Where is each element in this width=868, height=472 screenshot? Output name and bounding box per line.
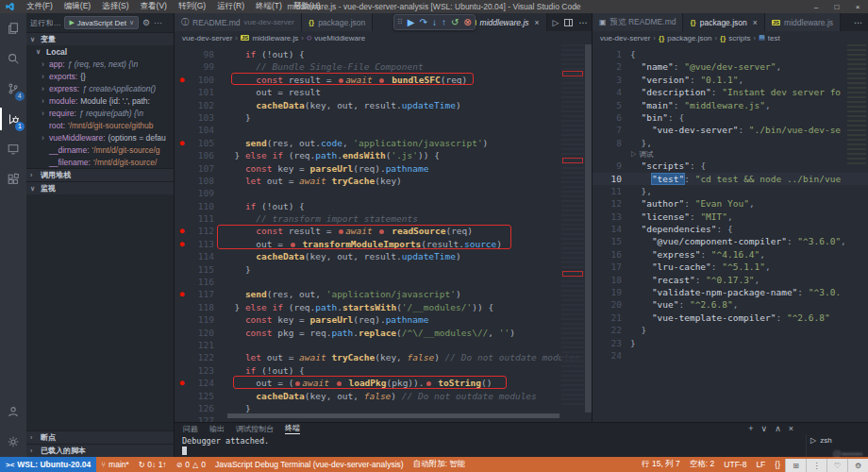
scrollbar-vertical-left[interactable] — [585, 44, 592, 413]
watermark-like-icon[interactable]: ♡ — [826, 459, 847, 472]
restore-button[interactable]: □ — [826, 3, 847, 11]
gutter[interactable]: 108 — [175, 175, 224, 187]
breakpoint-icon[interactable]: ● — [175, 377, 190, 389]
code-editor-package-json[interactable]: 1{2 "name": "@vue/dev-server",3 "version… — [593, 44, 868, 422]
git-sync-item[interactable]: ↻ 0↓ 1↑ — [134, 460, 172, 469]
breadcrumb-item[interactable]: vue-dev-server — [600, 34, 650, 42]
start-debug-icon[interactable]: ▶ — [69, 19, 74, 26]
tab-package.json[interactable]: {}package.json — [302, 13, 373, 31]
variable-row[interactable]: ›require:ƒ require(path) {\n — [26, 107, 174, 119]
gutter[interactable]: 111 — [175, 212, 224, 225]
call-stack-section-header[interactable]: ›调用堆栈 — [26, 168, 174, 181]
gutter[interactable]: ●117 — [175, 288, 224, 300]
terminal-list-item[interactable]: ▷zsh — [810, 436, 864, 445]
menu-转到(G)[interactable]: 转到(G) — [173, 1, 211, 12]
code-editor-middleware[interactable]: 98 if (!out) {99 // Bundle Single-File C… — [175, 44, 592, 422]
close-tab-icon[interactable]: × — [535, 18, 540, 27]
variables-section-header[interactable]: ∨变量 — [26, 32, 174, 45]
minimize-button[interactable]: – — [806, 3, 826, 11]
breakpoint-icon[interactable]: ● — [175, 137, 190, 149]
variable-row[interactable]: ›module:Module {id: '.', path: — [26, 94, 174, 107]
variable-row[interactable]: __filename:'/mnt/d/git-source/ — [26, 156, 174, 168]
expand-chevron-icon[interactable]: › — [42, 133, 49, 143]
panel-tab-调试控制台[interactable]: 调试控制台 — [236, 424, 274, 434]
gutter[interactable]: 127 — [175, 414, 224, 422]
remote-indicator[interactable]: >< WSL: Ubuntu-20.04 — [0, 457, 96, 472]
breadcrumb-item[interactable]: vueMiddleware — [314, 34, 365, 42]
debug-terminal-item[interactable]: JavaScript Debug Terminal (vue-dev-serve… — [210, 460, 409, 469]
gutter[interactable]: 98 — [175, 48, 224, 60]
account-icon[interactable] — [0, 396, 26, 427]
sidebar-more-icon[interactable]: ⋯ — [154, 18, 162, 27]
menu-编辑(E)[interactable]: 编辑(E) — [58, 1, 96, 12]
run-file-button[interactable]: ▷ — [553, 18, 559, 27]
gutter[interactable]: 115 — [175, 263, 224, 276]
split-editor-button[interactable] — [564, 19, 573, 26]
auto-attach-item[interactable]: 自动附加: 智能 — [409, 459, 471, 470]
continue-button[interactable]: ▶ — [408, 17, 415, 27]
debug-codelens[interactable]: ▷ 调试 — [630, 149, 654, 160]
gutter[interactable]: 99 — [175, 60, 224, 73]
variable-row[interactable]: root:'/mnt/d/git-source/github — [26, 119, 174, 131]
watermark-share-icon[interactable]: ⊞ — [785, 459, 806, 472]
variable-row[interactable]: ›express:ƒ createApplication() — [26, 82, 174, 94]
step-out-button[interactable]: ↑ — [442, 17, 446, 27]
gutter[interactable]: 116 — [175, 276, 224, 288]
disconnect-button[interactable]: ⊗ — [463, 17, 471, 27]
breadcrumb-item[interactable]: scripts — [728, 34, 750, 42]
gutter[interactable]: 122 — [175, 351, 224, 363]
expand-chevron-icon[interactable]: › — [42, 96, 49, 106]
menu-查看(V)[interactable]: 查看(V) — [135, 1, 173, 12]
gutter[interactable]: 120 — [175, 327, 224, 339]
indentation-item[interactable]: 空格: 2 — [685, 459, 719, 470]
breadcrumb-item[interactable]: package.json — [667, 34, 711, 42]
gutter[interactable]: 104 — [175, 124, 224, 136]
encoding-item[interactable]: UTF-8 — [719, 460, 751, 469]
gutter[interactable]: 106 — [175, 149, 224, 161]
minimap-left[interactable] — [561, 44, 584, 408]
extensions-icon[interactable] — [0, 164, 26, 194]
breadcrumb-item[interactable]: middleware.js — [252, 34, 298, 42]
git-branch-item[interactable]: ⑂ main* — [96, 460, 134, 469]
breakpoint-icon[interactable]: ● — [175, 238, 190, 250]
panel-tab-终端[interactable]: 终端 — [285, 423, 300, 434]
menu-终端(T)[interactable]: 终端(T) — [250, 1, 288, 12]
close-panel-button[interactable]: × — [789, 424, 793, 433]
terminal-picker-button[interactable]: ∨ — [761, 424, 768, 433]
search-icon[interactable] — [0, 43, 26, 74]
gutter[interactable]: 119 — [175, 313, 224, 326]
watermark-more-icon[interactable]: ⋮ — [806, 459, 826, 472]
scrollbar-horizontal-left[interactable] — [227, 413, 559, 418]
explorer-icon[interactable] — [0, 13, 26, 43]
language-mode-item[interactable]: {} — [770, 460, 785, 469]
breakpoints-section-header[interactable]: ›断点 — [26, 430, 174, 444]
menu-选择(S)[interactable]: 选择(S) — [96, 1, 134, 12]
drag-handle-icon[interactable]: ⠿ — [397, 18, 403, 26]
gutter[interactable]: 114 — [175, 250, 224, 262]
watch-section-header[interactable]: ∨监视 — [26, 181, 174, 194]
variable-row[interactable]: __dirname:'/mnt/d/git-source/g — [26, 143, 174, 156]
gutter[interactable]: 102 — [175, 99, 224, 111]
minimap-right[interactable] — [847, 44, 866, 167]
expand-chevron-icon[interactable]: › — [42, 84, 49, 93]
cursor-position-item[interactable]: 行 15, 列 7 — [637, 459, 685, 470]
tab-package.json[interactable]: {}package.json× — [683, 13, 764, 31]
tab-middleware.js[interactable]: JSmiddleware.js — [765, 13, 841, 31]
more-actions-button[interactable]: ⋯ — [854, 18, 862, 27]
new-terminal-button[interactable]: + — [748, 424, 753, 433]
gutter[interactable]: 123 — [175, 364, 224, 377]
menu-文件(F)[interactable]: 文件(F) — [21, 1, 58, 12]
tab-预览 README.md[interactable]: ▣预览 README.md — [593, 13, 683, 31]
gutter[interactable]: 125 — [175, 390, 224, 402]
gutter[interactable]: 121 — [175, 339, 224, 351]
source-control-icon[interactable]: 4 — [0, 74, 26, 104]
menu-运行(R)[interactable]: 运行(R) — [211, 1, 250, 12]
expand-chevron-icon[interactable]: › — [42, 59, 49, 69]
gutter[interactable]: ●113 — [175, 238, 224, 250]
scope-local[interactable]: ∨Local — [26, 45, 174, 58]
close-window-button[interactable]: × — [847, 3, 868, 11]
panel-tab-输出[interactable]: 输出 — [209, 424, 225, 434]
breakpoint-icon[interactable]: ● — [175, 288, 190, 300]
expand-chevron-icon[interactable]: › — [42, 72, 49, 81]
problems-item[interactable]: ⊘ 0 △ 0 — [172, 460, 210, 469]
